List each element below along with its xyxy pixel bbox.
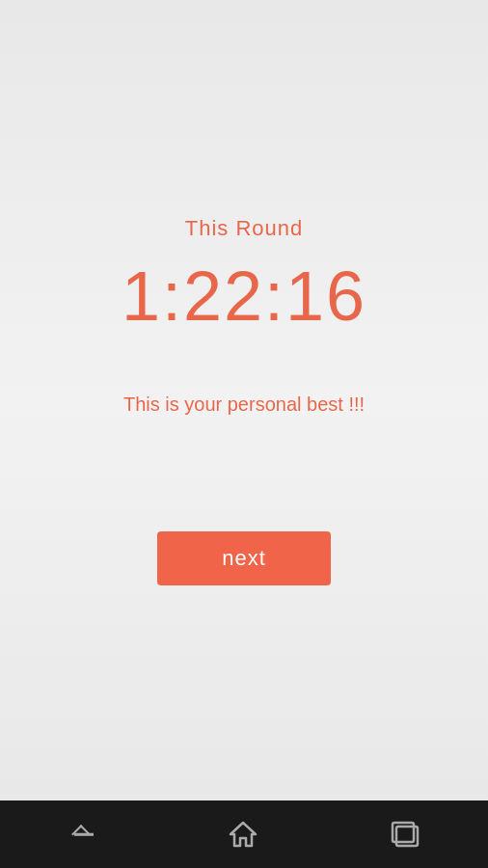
home-icon (229, 821, 258, 848)
back-button[interactable] (67, 824, 95, 845)
main-content: This Round 1:22:16 This is your personal… (0, 0, 488, 800)
round-label: This Round (185, 216, 304, 241)
recents-icon (391, 821, 421, 848)
navigation-bar (0, 800, 488, 868)
recents-button[interactable] (391, 821, 421, 848)
personal-best-text: This is your personal best !!! (123, 393, 365, 416)
home-button[interactable] (229, 821, 258, 848)
back-arrow-icon (67, 824, 95, 845)
next-button[interactable]: next (157, 531, 331, 585)
svg-marker-0 (230, 823, 256, 846)
time-display: 1:22:16 (122, 257, 366, 336)
